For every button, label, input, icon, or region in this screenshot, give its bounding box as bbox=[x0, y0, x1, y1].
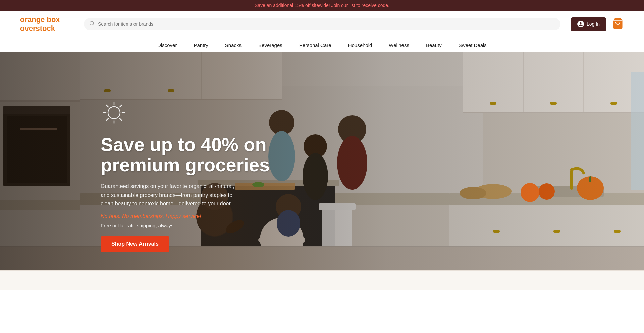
svg-line-76 bbox=[106, 105, 108, 107]
nav-item-snacks[interactable]: Snacks bbox=[225, 42, 241, 48]
hero-content: Save up to 40% on premium groceries Guar… bbox=[101, 99, 275, 252]
nav-item-personal-care[interactable]: Personal Care bbox=[299, 42, 331, 48]
kitchen-svg bbox=[0, 52, 644, 270]
header: orange box overstock Log In bbox=[0, 11, 644, 38]
nav-item-beauty[interactable]: Beauty bbox=[426, 42, 442, 48]
cart-button[interactable] bbox=[612, 17, 624, 31]
user-icon bbox=[577, 21, 584, 27]
bottom-bar bbox=[0, 270, 644, 290]
search-icon bbox=[89, 21, 95, 27]
sun-icon bbox=[101, 99, 275, 127]
header-actions: Log In bbox=[571, 17, 624, 31]
hero-shipping: Free or flat-rate shipping, always. bbox=[101, 223, 275, 228]
hero-subtitle: Guaranteed savings on your favorite orga… bbox=[101, 182, 241, 208]
svg-point-0 bbox=[90, 21, 94, 25]
svg-rect-70 bbox=[0, 52, 644, 270]
hero-section: Save up to 40% on premium groceries Guar… bbox=[0, 52, 644, 270]
login-button[interactable]: Log In bbox=[571, 17, 606, 31]
svg-line-77 bbox=[120, 118, 122, 120]
banner-text: Save an additional 15% off sitewide! Joi… bbox=[255, 3, 389, 8]
nav-item-beverages[interactable]: Beverages bbox=[258, 42, 282, 48]
svg-line-1 bbox=[93, 24, 94, 25]
nav-item-sweet-deals[interactable]: Sweet Deals bbox=[459, 42, 487, 48]
login-label: Log In bbox=[587, 21, 600, 27]
hero-title: Save up to 40% on premium groceries bbox=[101, 134, 275, 175]
nav-item-pantry[interactable]: Pantry bbox=[194, 42, 208, 48]
hero-highlight: No fees. No memberships. Happy service! bbox=[101, 213, 275, 219]
svg-line-79 bbox=[106, 118, 108, 120]
main-nav: Discover Pantry Snacks Beverages Persona… bbox=[0, 38, 644, 52]
nav-item-household[interactable]: Household bbox=[348, 42, 372, 48]
svg-point-71 bbox=[108, 107, 120, 119]
shop-new-arrivals-button[interactable]: Shop New Arrivals bbox=[101, 236, 169, 252]
nav-item-wellness[interactable]: Wellness bbox=[389, 42, 409, 48]
logo[interactable]: orange box overstock bbox=[20, 15, 74, 33]
logo-text: orange box overstock bbox=[20, 15, 74, 33]
top-banner: Save an additional 15% off sitewide! Joi… bbox=[0, 0, 644, 11]
svg-line-78 bbox=[120, 105, 122, 107]
hero-background bbox=[0, 52, 644, 270]
search-bar[interactable] bbox=[84, 18, 560, 30]
search-input[interactable] bbox=[98, 21, 555, 27]
cart-icon bbox=[612, 17, 624, 30]
nav-item-discover[interactable]: Discover bbox=[157, 42, 177, 48]
